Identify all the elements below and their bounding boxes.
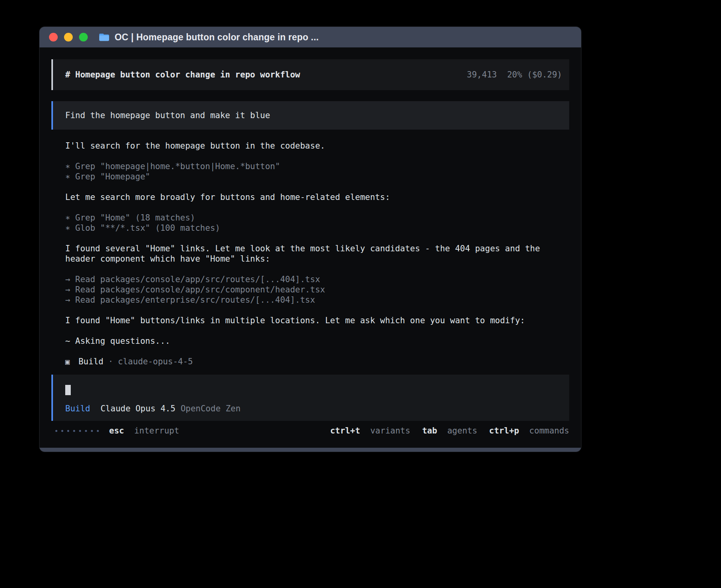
hint-interrupt: esc interrupt <box>109 426 179 436</box>
prompt-input[interactable]: Build Claude Opus 4.5 OpenCode Zen <box>51 375 569 421</box>
zoom-button[interactable] <box>79 33 88 41</box>
hint-commands: ctrl+p commands <box>489 426 569 436</box>
session-title: # Homepage button color change in repo w… <box>65 70 300 80</box>
key-ctrl-p: ctrl+p <box>489 426 519 435</box>
dot-separator: · <box>108 356 113 367</box>
minimize-button[interactable] <box>64 33 73 41</box>
tool-call-read: → Read packages/enterprise/src/routes/[.… <box>65 295 555 305</box>
user-message-text: Find the homepage button and make it blu… <box>65 110 270 121</box>
agent-model: claude-opus-4-5 <box>118 356 193 367</box>
text-cursor <box>65 385 71 395</box>
tool-call-read: → Read packages/console/app/src/componen… <box>65 285 555 295</box>
transcript: I'll search for the homepage button in t… <box>51 141 569 367</box>
tool-call-glob: ∗ Glob "**/*.tsx" (100 matches) <box>65 223 555 233</box>
terminal-content: # Homepage button color change in repo w… <box>40 47 581 448</box>
agent-icon: ▣ <box>65 356 70 367</box>
user-message: Find the homepage button and make it blu… <box>51 101 569 130</box>
hint-agents: tab agents <box>422 426 477 436</box>
hint-interrupt-label: interrupt <box>134 426 179 435</box>
tool-call-read: → Read packages/console/app/src/routes/[… <box>65 274 555 285</box>
model-label[interactable]: Claude Opus 4.5 <box>100 403 176 414</box>
traffic-lights <box>49 33 88 41</box>
tool-call-grep: ∗ Grep "Home" (18 matches) <box>65 213 555 223</box>
assistant-text: I found several "Home" links. Let me loo… <box>65 243 555 264</box>
window-title: OC | Homepage button color change in rep… <box>115 32 319 43</box>
agent-status-row: ▣ Build · claude-opus-4-5 <box>65 356 569 367</box>
hint-variants-label: variants <box>370 426 410 435</box>
key-tab: tab <box>422 426 437 435</box>
close-button[interactable] <box>49 33 58 41</box>
assistant-text: I'll search for the homepage button in t… <box>65 141 555 151</box>
key-esc: esc <box>109 426 124 435</box>
tool-call-grep: ∗ Grep "Homepage" <box>65 172 555 182</box>
key-ctrl-t: ctrl+t <box>330 426 360 435</box>
session-stats: 39,413 20% ($0.29) <box>467 70 562 80</box>
hint-agents-label: agents <box>447 426 477 435</box>
session-header: # Homepage button color change in repo w… <box>51 59 569 90</box>
agent-name: Build <box>78 356 103 367</box>
terminal-window: OC | Homepage button color change in rep… <box>40 27 581 452</box>
folder-icon <box>99 33 109 41</box>
agent-mode-label[interactable]: Build <box>65 403 90 414</box>
tool-call-grep: ∗ Grep "homepage|home.*button|Home.*butt… <box>65 161 555 172</box>
status-bar: esc interrupt ctrl+t variants tab agents… <box>51 426 569 436</box>
assistant-text: Let me search more broadly for buttons a… <box>65 192 555 202</box>
assistant-text: I found "Home" buttons/links in multiple… <box>65 315 555 326</box>
token-count: 39,413 <box>467 70 497 80</box>
provider-label: OpenCode Zen <box>181 403 241 414</box>
status-text: ~ Asking questions... <box>65 336 555 346</box>
context-usage: 20% ($0.29) <box>507 70 562 80</box>
spinner-dots <box>55 430 99 432</box>
hint-variants: ctrl+t variants <box>330 426 410 436</box>
hint-commands-label: commands <box>529 426 569 435</box>
titlebar[interactable]: OC | Homepage button color change in rep… <box>40 27 581 47</box>
